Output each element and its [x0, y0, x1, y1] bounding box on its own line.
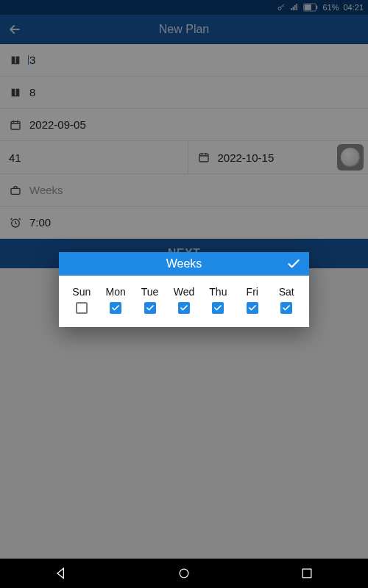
day-checkbox-fri[interactable] — [247, 302, 258, 314]
day-col-thu: Thu — [203, 286, 234, 314]
day-label: Wed — [174, 286, 195, 298]
day-checkbox-tue[interactable] — [144, 302, 156, 314]
nav-home[interactable] — [173, 562, 195, 584]
svg-point-12 — [180, 569, 188, 578]
dialog-title: Weeks — [166, 257, 202, 270]
day-col-tue: Tue — [135, 286, 166, 314]
day-label: Thu — [209, 286, 227, 298]
nav-back[interactable] — [50, 562, 72, 584]
day-checkbox-thu[interactable] — [212, 302, 224, 314]
day-col-mon: Mon — [100, 286, 131, 314]
day-checkbox-sun[interactable] — [76, 302, 88, 314]
svg-rect-13 — [302, 569, 311, 578]
day-label: Sat — [279, 286, 294, 298]
nav-recent[interactable] — [296, 562, 318, 584]
days-grid: SunMonTueWedThuFriSat — [59, 276, 309, 327]
day-col-fri: Fri — [237, 286, 268, 314]
day-label: Mon — [106, 286, 126, 298]
dialog-header: Weeks — [59, 252, 309, 276]
day-col-sat: Sat — [271, 286, 302, 314]
day-col-sun: Sun — [66, 286, 97, 314]
day-col-wed: Wed — [169, 286, 199, 314]
day-checkbox-wed[interactable] — [178, 302, 190, 314]
android-nav-bar — [0, 559, 368, 588]
day-label: Sun — [72, 286, 91, 298]
confirm-button[interactable] — [283, 252, 305, 276]
day-label: Fri — [247, 286, 258, 298]
weeks-dialog: Weeks SunMonTueWedThuFriSat — [59, 252, 309, 327]
day-checkbox-sat[interactable] — [280, 302, 292, 314]
day-checkbox-mon[interactable] — [110, 302, 121, 314]
day-label: Tue — [141, 286, 159, 298]
